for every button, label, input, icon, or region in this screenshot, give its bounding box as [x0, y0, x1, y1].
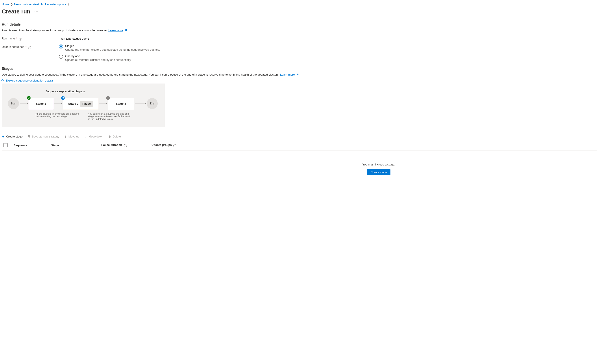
col-sequence: Sequence	[14, 144, 51, 147]
arrow-up-icon	[64, 135, 67, 138]
save-icon	[27, 135, 30, 138]
diagram-stage1: Stage 1	[29, 98, 53, 109]
run-details-section: Run details A run is used to orchestrate…	[2, 22, 597, 62]
breadcrumb-fleet[interactable]: fleet-consistent-test | Multi-cluster up…	[14, 3, 66, 6]
diagram-end-node: End	[147, 98, 158, 109]
check-icon	[27, 96, 31, 100]
chevron-up-icon	[1, 79, 4, 82]
run-details-heading: Run details	[2, 22, 597, 27]
radio-one-by-one[interactable]: One by one Update all member clusters on…	[59, 54, 160, 62]
sync-icon	[61, 96, 65, 100]
stage-toolbar: + Create stage Save as new strategy Move…	[2, 133, 597, 140]
arrow-icon	[20, 104, 28, 104]
update-sequence-radios: Stages Update the member clusters you se…	[59, 44, 160, 62]
pause-chip: Pause	[80, 101, 93, 107]
external-link-icon	[124, 29, 127, 31]
plus-icon: +	[2, 135, 5, 138]
more-icon[interactable]: ···	[34, 10, 39, 14]
diagram-stage3: Stage 3	[108, 98, 134, 109]
diagram-note-1: All the clusters in one stage are update…	[36, 112, 82, 120]
diagram-notes: All the clusters in one stage are update…	[8, 112, 159, 120]
run-name-label: Run name * i	[2, 36, 59, 41]
breadcrumb-home[interactable]: Home	[2, 3, 9, 6]
arrow-icon	[99, 104, 107, 104]
learn-more-link[interactable]: Learn more	[280, 73, 295, 76]
info-icon[interactable]: i	[173, 144, 176, 147]
radio-icon	[59, 55, 63, 59]
select-all-checkbox[interactable]	[3, 143, 8, 147]
diagram-note-2: You can insert a pause at the end of a s…	[88, 112, 132, 120]
col-pause: Pause duration i	[101, 143, 151, 147]
empty-message: You must include a stage.	[362, 163, 395, 166]
radio-stages[interactable]: Stages Update the member clusters you se…	[59, 44, 160, 51]
arrow-icon	[54, 104, 62, 104]
arrow-down-icon	[84, 135, 88, 138]
move-up-button: Move up	[64, 135, 79, 138]
page-title: Create run	[2, 8, 30, 15]
diagram-toggle[interactable]: Explore sequence explanation diagram	[2, 79, 597, 82]
arrow-icon	[135, 104, 146, 104]
create-stage-primary-button[interactable]: Create stage	[367, 169, 390, 175]
title-row: Create run ···	[2, 8, 597, 15]
radio-icon	[59, 44, 63, 48]
run-details-desc: A run is used to orchestrate upgrades fo…	[2, 29, 597, 32]
pending-icon	[106, 96, 110, 100]
empty-state: You must include a stage. Create stage	[196, 163, 403, 175]
chevron-right-icon: ❯	[67, 3, 69, 6]
col-stage: Stage	[51, 144, 101, 147]
diagram-title: Sequence explanation diagram	[43, 90, 87, 93]
required-icon: *	[16, 37, 18, 40]
stages-heading: Stages	[2, 67, 597, 71]
save-strategy-button: Save as new strategy	[27, 135, 59, 138]
external-link-icon	[296, 73, 299, 76]
stages-section: Stages Use stages to define your update …	[2, 67, 597, 175]
col-groups: Update groups i	[151, 143, 195, 147]
update-sequence-row: Update sequence * i Stages Update the me…	[2, 44, 597, 62]
info-icon[interactable]: i	[19, 38, 22, 41]
info-icon[interactable]: i	[124, 144, 127, 147]
trash-icon	[108, 135, 111, 138]
update-sequence-label: Update sequence * i	[2, 44, 59, 62]
stages-desc: Use stages to define your update sequenc…	[2, 73, 597, 76]
required-icon: *	[26, 45, 27, 48]
info-icon[interactable]: i	[28, 46, 31, 49]
delete-button: Delete	[108, 135, 121, 138]
diagram-panel: Sequence explanation diagram Start Stage…	[2, 83, 165, 127]
create-stage-button[interactable]: + Create stage	[2, 135, 22, 138]
run-name-row: Run name * i	[2, 36, 597, 41]
run-name-input[interactable]	[59, 36, 168, 41]
diagram-row: Start Stage 1 Stage 2 Pause Stage 3 End	[8, 98, 159, 109]
stages-table-header: Sequence Stage Pause duration i Update g…	[2, 140, 597, 151]
breadcrumb: Home ❯ fleet-consistent-test | Multi-clu…	[2, 2, 597, 8]
diagram-start-node: Start	[8, 98, 19, 109]
chevron-right-icon: ❯	[11, 3, 13, 6]
diagram-stage2: Stage 2 Pause	[63, 98, 98, 109]
move-down-button: Move down	[84, 135, 103, 138]
learn-more-link[interactable]: Learn more	[108, 29, 123, 32]
